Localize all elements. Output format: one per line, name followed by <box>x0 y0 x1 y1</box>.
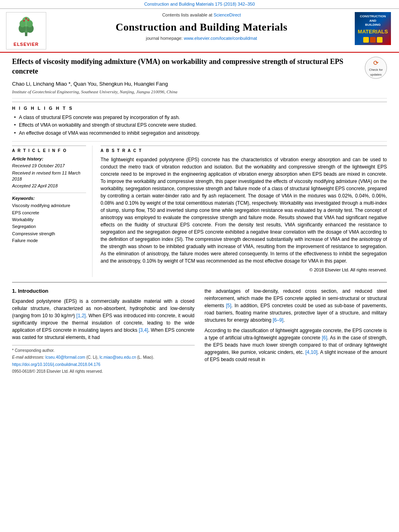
journal-logo-box: Construction and Building MATERIALS <box>355 12 391 45</box>
sciencedirect-link[interactable]: ScienceDirect <box>214 12 241 17</box>
abstract-copyright: © 2018 Elsevier Ltd. All rights reserved… <box>101 267 387 273</box>
article-title-section: Effects of viscosity modifying admixture… <box>12 57 387 99</box>
page: Construction and Building Materials 175 … <box>0 0 399 532</box>
header-top-bar: ELSEVIER Contents lists available at Sci… <box>0 9 399 49</box>
highlight-item-3: An effective dosage of VMA was recommend… <box>14 130 387 137</box>
authors-text: Chao Li, Linchang Miao *, Quan You, Shen… <box>12 81 168 87</box>
keyword-4: Segregation <box>12 224 86 230</box>
abstract-col: A B S T R A C T The lightweight expanded… <box>101 146 387 277</box>
article-history: Article history: Received 19 October 201… <box>12 156 86 189</box>
keyword-5: Compressive strength <box>12 231 86 237</box>
article-title-text: Effects of viscosity modifying admixture… <box>12 57 365 95</box>
intro-heading: 1. Introduction <box>12 288 195 295</box>
citation-bar: Construction and Building Materials 175 … <box>0 0 399 9</box>
logo-decoration <box>363 37 383 43</box>
ref-1-2[interactable]: [1,2] <box>76 313 86 318</box>
email-label: E-mail addresses: <box>12 355 44 359</box>
keyword-6: Failure mode <box>12 238 86 244</box>
citation-text: Construction and Building Materials 175 … <box>144 2 255 6</box>
info-abstract-section: A R T I C L E I N F O Article history: R… <box>12 146 387 277</box>
article-info-section: A R T I C L E I N F O Article history: R… <box>12 146 86 244</box>
journal-homepage: journal homepage: www.elsevier.com/locat… <box>52 35 351 41</box>
logo-title-construction: Construction and Building <box>360 14 386 27</box>
body-section: 1. Introduction Expanded polystyrene (EP… <box>12 288 387 375</box>
homepage-url[interactable]: www.elsevier.com/locate/conbuildmat <box>184 36 257 41</box>
highlight-item-1: A class of structural EPS concrete was p… <box>14 114 387 121</box>
body-para-right-2: According to the classification of light… <box>205 327 387 363</box>
article-footer: * Corresponding author. E-mail addresses… <box>12 345 195 374</box>
journal-center: Contents lists available at ScienceDirec… <box>48 12 355 41</box>
body-para-1: Expanded polystyrene (EPS) is a commerci… <box>12 298 195 341</box>
svg-point-7 <box>23 20 25 22</box>
keywords-section: Keywords: Viscosity modifying admixture … <box>12 193 86 244</box>
ref-6-b[interactable]: [6] <box>322 335 327 341</box>
ref-4-10[interactable]: [4,10] <box>305 349 317 355</box>
elsevier-logo-box: ELSEVIER <box>6 12 46 49</box>
doi-link[interactable]: https://doi.org/10.1016/j.conbuildmat.20… <box>12 362 101 367</box>
keyword-2: EPS concrete <box>12 210 86 216</box>
history-label: Article history: <box>12 156 86 162</box>
ref-6-9[interactable]: [6–9] <box>273 317 284 323</box>
received-date: Received 19 October 2017 <box>12 163 86 169</box>
accepted-date: Accepted 22 April 2018 <box>12 183 86 189</box>
article-info-label: A R T I C L E I N F O <box>12 146 86 154</box>
check-updates-text: ⟳ Check for updates <box>366 59 385 77</box>
highlights-label: H I G H L I G H T S <box>12 105 387 111</box>
abstract-label: A B S T R A C T <box>101 146 387 154</box>
email-addresses: E-mail addresses: lcseu.40@formail.com (… <box>12 355 195 360</box>
homepage-label: journal homepage: <box>146 36 183 41</box>
body-col-left: 1. Introduction Expanded polystyrene (EP… <box>12 288 195 375</box>
body-col-right: the advantages of low-density, reduced c… <box>205 288 387 375</box>
email-chao[interactable]: lcseu.40@formail.com <box>45 355 85 359</box>
elsevier-text: ELSEVIER <box>8 41 44 47</box>
revised-date: Received in revised form 11 March 2018 <box>12 170 86 183</box>
doi-link-item: https://doi.org/10.1016/j.conbuildmat.20… <box>12 362 195 368</box>
issn-item: 0950-0618/© 2018 Elsevier Ltd. All right… <box>12 369 195 374</box>
svg-point-9 <box>25 18 27 20</box>
article-title: Effects of viscosity modifying admixture… <box>12 57 359 76</box>
email-miao[interactable]: lc.miao@seu.edu.cn <box>99 355 136 359</box>
abstract-section: A B S T R A C T The lightweight expanded… <box>101 146 387 273</box>
authors: Chao Li, Linchang Miao *, Quan You, Shen… <box>12 80 359 88</box>
keyword-3: Workability <box>12 217 86 223</box>
affiliation: Institute of Geotechnical Engineering, S… <box>12 89 359 95</box>
article-info-col: A R T I C L E I N F O Article history: R… <box>12 146 93 277</box>
section-divider <box>12 282 387 283</box>
body-para-right-1: the advantages of low-density, reduced c… <box>205 288 387 324</box>
highlight-item-2: Effects of VMA on workability and streng… <box>14 122 387 129</box>
corresponding-author-note: * Corresponding author. <box>12 348 195 353</box>
ref-5[interactable]: [5] <box>226 303 231 308</box>
keywords-label: Keywords: <box>12 195 86 201</box>
logo-materials-text: MATERIALS <box>358 28 388 35</box>
elsevier-logo-area: ELSEVIER <box>4 12 48 49</box>
ref-3-4[interactable]: [3,4] <box>139 327 148 333</box>
check-updates-badge: ⟳ Check for updates <box>365 57 387 79</box>
svg-point-8 <box>27 19 29 21</box>
svg-point-6 <box>27 20 33 27</box>
abstract-text: The lightweight expanded polystyrene (EP… <box>101 156 387 265</box>
highlights-list: A class of structural EPS concrete was p… <box>12 114 387 137</box>
article-content: Effects of viscosity modifying admixture… <box>0 53 399 380</box>
journal-title: Construction and Building Materials <box>52 20 351 35</box>
journal-header: ELSEVIER Contents lists available at Sci… <box>0 9 399 53</box>
highlights-section: H I G H L I G H T S A class of structura… <box>12 102 387 142</box>
contents-label: Contents lists available at <box>162 12 212 17</box>
elsevier-tree-icon <box>14 14 38 38</box>
contents-link: Contents lists available at ScienceDirec… <box>52 12 351 18</box>
keyword-1: Viscosity modifying admixture <box>12 203 86 209</box>
